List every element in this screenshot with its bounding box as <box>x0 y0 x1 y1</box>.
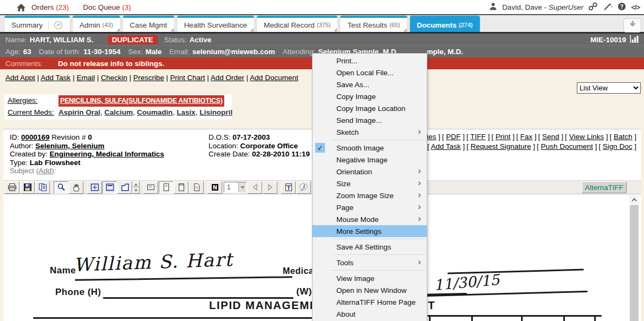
batch-link[interactable]: Batch <box>609 133 636 141</box>
allergies-label[interactable]: Allergies: <box>8 95 58 106</box>
add-task-link[interactable]: Add Task <box>35 74 71 82</box>
tiff-link[interactable]: TIFF <box>466 133 490 141</box>
menu-item-open-local-file[interactable]: Open Local File... <box>313 67 427 78</box>
send-link[interactable]: Send <box>538 133 564 141</box>
menu-item-open-in-new-window[interactable]: Open in New Window <box>313 284 427 296</box>
page-dropdown-icon[interactable] <box>238 182 246 192</box>
fit-width-button[interactable] <box>102 181 117 194</box>
page-number-box[interactable]: 1 <box>224 182 246 193</box>
menu-item-sketch[interactable]: Sketch <box>313 126 427 138</box>
pdf-link[interactable]: PDF <box>442 133 465 141</box>
print-chart-link[interactable]: Print Chart <box>164 74 205 82</box>
add-order-link[interactable]: Add Order <box>205 74 245 82</box>
page-portrait-button[interactable] <box>159 181 173 194</box>
menu-item-view-image[interactable]: View Image <box>313 272 427 284</box>
save-button[interactable] <box>20 181 35 194</box>
menu-item-orientation[interactable]: Orientation <box>313 166 427 178</box>
view-links-link[interactable]: View Links <box>565 133 608 141</box>
app-window: Orders(23) Doc Queue(3) David, Dave - Su… <box>0 0 644 321</box>
menu-item-copy-image[interactable]: Copy Image <box>313 90 427 102</box>
page-band-button[interactable] <box>174 181 188 194</box>
checkin-link[interactable]: Checkin <box>95 74 127 82</box>
med-link[interactable]: Calcium <box>100 108 133 116</box>
prev-page-button[interactable] <box>248 181 262 194</box>
menu-item-page[interactable]: Page <box>313 201 427 213</box>
med-link[interactable]: Aspirin Oral <box>58 108 100 116</box>
fit-page-button[interactable] <box>118 181 132 194</box>
menu-item-zoom-image-size[interactable]: Zoom Image Size <box>313 189 427 201</box>
menu-item-tools[interactable]: Tools <box>313 257 427 268</box>
menu-item-save-all-settings[interactable]: Save All Settings <box>313 241 427 253</box>
subject-add-link[interactable]: Add <box>38 167 51 175</box>
copy-button[interactable] <box>35 181 50 194</box>
print-button[interactable] <box>5 181 19 194</box>
negative-button[interactable]: N <box>207 181 222 194</box>
fit-spinner[interactable] <box>133 181 140 194</box>
tab-case-mgmt[interactable]: Case Mgmt <box>123 16 174 32</box>
pan-hand-button[interactable] <box>69 181 83 194</box>
comments-text: Do not release info to siblings. <box>58 60 165 68</box>
sign-doc-link[interactable]: Sign Doc <box>599 142 636 150</box>
tab-test-results[interactable]: Test Results(65) <box>340 16 407 32</box>
allergy-badge[interactable]: PENICILLINS, SULFA(SULFONAMIDE ANTIBIOTI… <box>58 95 224 107</box>
menu-item-send-image[interactable]: Send Image... <box>313 114 427 126</box>
prescribe-link[interactable]: Prescribe <box>127 74 164 82</box>
med-link[interactable]: Coumadin <box>133 108 173 116</box>
menu-item-alternatiff-home-page[interactable]: AlternaTIFF Home Page <box>313 296 427 308</box>
fit-window-button[interactable] <box>87 181 102 194</box>
fax-link[interactable]: Fax <box>516 133 537 141</box>
push-document-link[interactable]: Push Document <box>537 142 597 150</box>
author-link[interactable]: Selenium, Selenium <box>35 142 105 150</box>
info-button[interactable]: i <box>296 181 311 194</box>
tab-summary[interactable]: Summary <box>4 16 70 32</box>
tab-admin[interactable]: Admin(43) <box>73 16 120 32</box>
link-icon[interactable] <box>588 2 598 12</box>
nav-orders[interactable]: Orders(23) <box>31 3 69 11</box>
print-link[interactable]: Print <box>491 133 515 141</box>
patient-email[interactable]: selenium@mieweb.com <box>192 48 275 56</box>
menu-item-copy-image-location[interactable]: Copy Image Location <box>313 102 427 114</box>
zoom-button[interactable] <box>54 181 68 194</box>
request-signature-link[interactable]: Request Signature <box>466 142 535 150</box>
structure-button[interactable]: T <box>281 181 296 194</box>
user-icon <box>489 2 497 12</box>
wand-icon[interactable] <box>603 2 613 12</box>
vertical-scrollbar[interactable] <box>629 195 639 321</box>
add-document-link[interactable]: Add Document <box>244 74 298 82</box>
code-icon[interactable] <box>631 3 640 11</box>
download-button[interactable] <box>623 18 641 32</box>
current-meds-label[interactable]: Current Meds: <box>8 107 58 118</box>
document-id-link[interactable]: 0000169 <box>21 133 50 141</box>
med-link[interactable]: Lasix <box>173 108 196 116</box>
chart-icon[interactable] <box>630 35 639 44</box>
scrollbar-thumb[interactable] <box>630 205 639 321</box>
menu-item-more-settings[interactable]: More Settings <box>313 225 427 237</box>
menu-item-save-as[interactable]: Save As... <box>313 78 427 90</box>
open-external-icon[interactable] <box>48 21 63 30</box>
scan-title-fragment: T <box>428 299 435 312</box>
menu-item-size[interactable]: Size <box>313 178 427 189</box>
page-notes-button[interactable] <box>189 181 204 194</box>
tab-documents[interactable]: Documents(274) <box>410 16 480 32</box>
add-task-doc-link[interactable]: Add Task <box>427 142 465 150</box>
next-page-button[interactable] <box>263 181 277 194</box>
created-by-link[interactable]: Engineering, Medical Informatics <box>50 150 165 158</box>
menu-item-about[interactable]: About <box>313 308 427 320</box>
home-icon[interactable] <box>16 3 26 14</box>
menu-item-negative-image[interactable]: Negative Image <box>313 154 427 166</box>
menu-item-smooth-image[interactable]: Smooth Image <box>313 142 427 154</box>
user-name[interactable]: David, Dave - SuperUser <box>502 3 583 11</box>
duplicate-badge[interactable]: DUPLICATE <box>108 35 158 44</box>
page-landscape-button[interactable] <box>144 181 158 194</box>
menu-item-mouse-mode[interactable]: Mouse Mode <box>313 213 427 225</box>
email-link[interactable]: Email <box>70 74 95 82</box>
scroll-up-icon[interactable] <box>629 195 639 204</box>
tab-health-surveillance[interactable]: Health Surveillance <box>177 16 254 32</box>
add-appt-link[interactable]: Add Appt <box>5 74 35 82</box>
tab-medical-record[interactable]: Medical Record(375) <box>257 16 337 32</box>
menu-item-print[interactable]: Print... <box>313 55 427 67</box>
view-select[interactable]: List View <box>577 82 641 94</box>
med-link[interactable]: Lisinopril <box>196 108 232 116</box>
help-icon[interactable]: ? <box>617 2 626 12</box>
nav-doc-queue[interactable]: Doc Queue(3) <box>83 3 131 11</box>
